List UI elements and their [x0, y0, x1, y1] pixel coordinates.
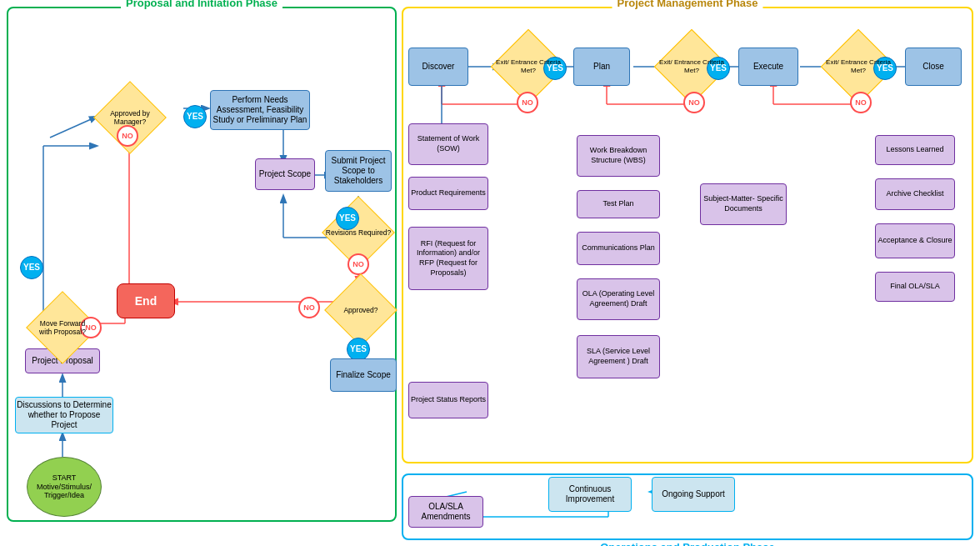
move-forward-diamond: Move Forward with Proposal? — [33, 307, 92, 348]
finalize-scope-node: Finalize Scope — [330, 358, 397, 392]
plan-node: Plan — [573, 48, 630, 86]
discover-node: Discover — [408, 48, 468, 86]
ola-sla-amendments-node: OLA/SLA Amendments — [408, 496, 483, 528]
project-status-node: Project Status Reports — [408, 382, 488, 418]
sow-node: Statement of Work (SOW) — [408, 123, 488, 165]
submit-scope-node: Submit Project Scope to Stakeholders — [325, 150, 392, 192]
revisions-diamond: Revisions Required? — [325, 204, 392, 261]
final-ola-sla-node: Final OLA/SLA — [875, 272, 955, 302]
end-node: End — [117, 283, 175, 318]
project-scope-node: Project Scope — [255, 158, 315, 190]
no-circle-exit2: NO — [683, 92, 705, 113]
discussions-node: Discussions to Determine whether to Prop… — [15, 397, 113, 433]
yes-circle-revisions: YES — [336, 207, 359, 230]
proposal-phase-box: Proposal and Initiation Phase — [7, 7, 397, 522]
no-circle-approved-manager: NO — [117, 125, 138, 147]
no-circle-approved: NO — [298, 297, 320, 318]
exit-criteria-2-diamond: Exit/ Entrance Criteria Met? — [658, 37, 725, 97]
subject-matter-node: Subject-Matter- Specific Documents — [700, 183, 787, 225]
ongoing-support-node: Ongoing Support — [652, 477, 735, 512]
yes-circle-approved: YES — [347, 338, 370, 361]
no-circle-exit3: NO — [850, 92, 872, 113]
no-circle-exit1: NO — [517, 92, 538, 113]
rfi-rfp-node: RFI (Request for Information) and/or RFP… — [408, 227, 488, 290]
comms-plan-node: Communications Plan — [577, 232, 660, 265]
approved-diamond: Approved? — [328, 282, 394, 338]
yes-circle-move-forward: YES — [20, 256, 43, 279]
test-plan-node: Test Plan — [577, 190, 660, 218]
product-req-node: Product Requirements — [408, 177, 488, 210]
no-circle-revisions: NO — [348, 253, 369, 275]
acceptance-closure-node: Acceptance & Closure — [875, 223, 955, 258]
execute-node: Execute — [738, 48, 798, 86]
close-node: Close — [905, 48, 962, 86]
project-mgmt-phase-title: Project Management Phase — [612, 0, 762, 9]
continuous-improvement-node: Continuous Improvement — [548, 477, 632, 512]
perform-needs-node: Perform Needs Assessment, Feasibility St… — [210, 90, 310, 130]
lessons-learned-node: Lessons Learned — [875, 135, 955, 165]
start-node: START Motive/Stimulus/ Trigger/Idea — [27, 457, 102, 517]
ops-phase-title: Operations and Production Phase — [595, 541, 779, 546]
diagram-container: Proposal and Initiation Phase Project Ma… — [0, 0, 980, 546]
yes-circle-approved-manager: YES — [183, 105, 207, 128]
sla-draft-node: SLA (Service Level Agreement ) Draft — [577, 335, 660, 378]
exit-criteria-1-diamond: Exit/ Entrance Criteria Met? — [495, 37, 562, 97]
proposal-phase-title: Proposal and Initiation Phase — [121, 0, 282, 9]
wbs-node: Work Breakdown Structure (WBS) — [577, 135, 660, 177]
archive-checklist-node: Archive Checklist — [875, 178, 955, 210]
exit-criteria-3-diamond: Exit/ Entrance Criteria Met? — [825, 37, 892, 97]
ola-draft-node: OLA (Operating Level Agreement) Draft — [577, 278, 660, 320]
